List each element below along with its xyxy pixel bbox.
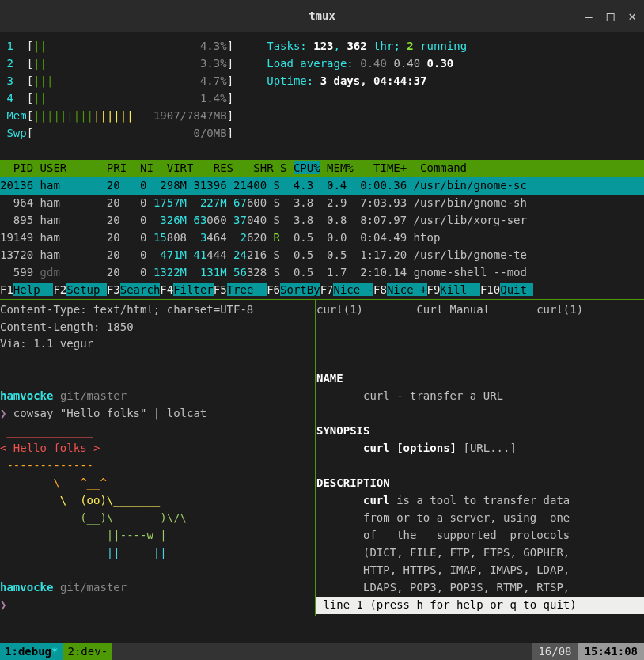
man-header: curl(1) Curl Manual curl(1) xyxy=(316,302,644,319)
terminal-content: 1 [|| 4.3%] Tasks: 123, 362 thr; 2 runni… xyxy=(0,32,644,616)
tmux-window-2[interactable]: 2:dev- xyxy=(63,643,112,660)
status-time: 15:41:08 xyxy=(578,643,644,660)
tmux-window-1[interactable]: 1:debug* xyxy=(0,643,63,660)
cowsay-line: (__)\ )\/\ xyxy=(0,510,315,527)
prompt-char[interactable]: ❯ xyxy=(0,598,6,611)
process-row[interactable]: 20136 ham 20 0 298M 31396 21400 S 4.3 0.… xyxy=(0,177,644,195)
fkey-F10[interactable]: F10 xyxy=(480,283,500,296)
man-status-line: line 1 (press h for help or q to quit) xyxy=(316,597,644,614)
man-section-name: NAME xyxy=(316,370,644,388)
http-header-line: Content-Length: 1850 xyxy=(0,319,315,336)
prompt-user: hamvocke xyxy=(0,581,53,594)
status-date: 16/08 xyxy=(532,643,578,660)
fkey-F7[interactable]: F7 xyxy=(320,283,334,296)
cowsay-line: _____________ xyxy=(0,423,315,440)
fkey-F9[interactable]: F9 xyxy=(427,283,441,296)
prompt-branch: git/master xyxy=(60,389,127,402)
tmux-status-bar: 1:debug* 2:dev- 16/08 15:41:08 xyxy=(0,643,644,660)
http-header-line: Via: 1.1 vegur xyxy=(0,336,315,353)
prompt-branch: git/master xyxy=(60,581,127,594)
shell-command: cowsay "Hello folks" | lolcat xyxy=(6,407,206,419)
htop-header[interactable]: PID USER PRI NI VIRT RES SHR S CPU% MEM%… xyxy=(0,160,644,177)
man-section-synopsis: SYNOPSIS xyxy=(316,423,644,440)
man-url-link[interactable]: [URL...] xyxy=(463,442,516,454)
cowsay-line: < Hello folks > xyxy=(0,440,315,457)
cowsay-line: ------------- xyxy=(0,457,315,475)
fkey-F6[interactable]: F6 xyxy=(267,283,280,296)
cowsay-line: \ ^__^ xyxy=(0,475,315,492)
window-title: tmux xyxy=(309,9,335,22)
process-row[interactable]: 19149 ham 20 0 15808 3464 2620 R 0.5 0.0… xyxy=(0,229,644,247)
minimize-icon[interactable]: – xyxy=(585,9,593,24)
maximize-icon[interactable]: □ xyxy=(607,9,615,24)
fkey-F4[interactable]: F4 xyxy=(160,283,173,296)
fkey-F1[interactable]: F1 xyxy=(0,283,13,296)
fkey-F2[interactable]: F2 xyxy=(53,283,66,296)
cowsay-line: \ (oo)\_______ xyxy=(0,492,315,510)
process-row[interactable]: 13720 ham 20 0 471M 41444 24216 S 0.5 0.… xyxy=(0,247,644,264)
fkey-F3[interactable]: F3 xyxy=(107,283,120,296)
man-section-description: DESCRIPTION xyxy=(316,475,644,492)
http-header-line: Content-Type: text/html; charset=UTF-8 xyxy=(0,302,315,319)
cowsay-line: ||----w | xyxy=(0,527,315,544)
prompt-user: hamvocke xyxy=(0,389,53,402)
fkey-F5[interactable]: F5 xyxy=(214,283,227,296)
close-icon[interactable]: ✕ xyxy=(628,9,636,24)
cowsay-line: || || xyxy=(0,544,315,562)
fkey-F8[interactable]: F8 xyxy=(373,283,387,296)
process-row[interactable]: 895 ham 20 0 326M 63060 37040 S 3.8 0.8 … xyxy=(0,212,644,229)
window-titlebar: tmux – □ ✕ xyxy=(0,0,644,32)
process-row[interactable]: 964 ham 20 0 1757M 227M 67600 S 3.8 2.9 … xyxy=(0,195,644,212)
tmux-pane-right[interactable]: curl(1) Curl Manual curl(1) NAME curl - … xyxy=(316,300,644,616)
tmux-pane-left[interactable]: Content-Type: text/html; charset=UTF-8Co… xyxy=(0,300,316,616)
process-row[interactable]: 599 gdm 20 0 1322M 131M 56328 S 0.5 1.7 … xyxy=(0,264,644,282)
